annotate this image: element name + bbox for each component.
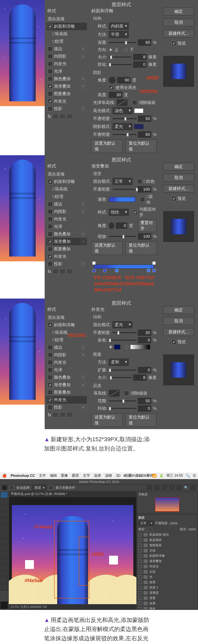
style-outer-glow[interactable]: 外发光	[46, 253, 87, 260]
style-pattern-overlay[interactable]: 图案叠加	[46, 90, 87, 98]
document-tab[interactable]: 平面作品.psd @ 217% (主体, RGB/8) *	[9, 491, 136, 497]
grad-stop[interactable]	[147, 269, 150, 272]
menu-select[interactable]: 选择	[94, 473, 101, 478]
new-style-button[interactable]: 新建样式...	[163, 328, 194, 336]
dir-up-radio[interactable]	[109, 48, 112, 52]
grad-stop[interactable]	[92, 269, 95, 272]
checkbox-icon[interactable]	[48, 217, 53, 222]
glow-noise-input[interactable]: 0	[138, 337, 151, 343]
eye-icon[interactable]	[138, 549, 142, 552]
plus-icon[interactable]: +	[81, 352, 86, 357]
style-stroke[interactable]: 描边+	[46, 344, 87, 351]
style-contour[interactable]: □等高线	[46, 186, 87, 193]
apple-icon[interactable]: 🍎	[2, 474, 6, 478]
gsize-input[interactable]: 8	[133, 374, 147, 381]
fx-icon[interactable]	[60, 114, 65, 119]
glow-color-swatch[interactable]	[114, 344, 120, 350]
blend-mode-select[interactable]: 正常	[113, 178, 132, 185]
spread-slider[interactable]	[109, 370, 136, 370]
spread-input[interactable]: 0	[138, 367, 151, 373]
grad-stop[interactable]	[153, 269, 156, 272]
style-texture[interactable]: □纹理	[46, 38, 87, 45]
fx-icon[interactable]	[53, 114, 58, 119]
size-input[interactable]: 8	[133, 54, 147, 60]
layer-row[interactable]: 效果	[138, 601, 196, 606]
plus-icon[interactable]: +	[81, 375, 86, 380]
checkbox-icon[interactable]	[48, 382, 53, 387]
lock-icon[interactable]	[147, 527, 153, 532]
cancel-button[interactable]: 取消	[163, 317, 194, 325]
style-inner-shadow[interactable]: 内阴影+	[46, 351, 87, 359]
search-icon[interactable]: 🔍	[184, 486, 188, 490]
style-color-overlay[interactable]: 颜色叠加+	[46, 374, 87, 381]
style-pattern-overlay[interactable]: 图案叠加	[46, 388, 87, 396]
h-opac-input[interactable]: 50	[138, 116, 151, 122]
bevel-method-select[interactable]: 平滑	[109, 31, 129, 38]
checkbox-icon[interactable]	[48, 54, 53, 59]
altitude-input[interactable]: 30	[109, 92, 122, 98]
layer-row[interactable]: 效果	[138, 580, 196, 585]
glow-noise-slider[interactable]	[109, 340, 136, 340]
style-pattern-overlay[interactable]: 图案叠加	[46, 245, 87, 253]
align-check[interactable]	[133, 210, 138, 215]
checkbox-icon[interactable]	[48, 352, 53, 357]
checkbox-icon[interactable]	[48, 69, 53, 74]
checkbox-icon[interactable]	[48, 375, 53, 380]
angle-input[interactable]: 0	[116, 222, 127, 229]
eye-icon[interactable]	[138, 592, 142, 594]
layer-row[interactable]: 斜面和浮雕	[138, 553, 196, 558]
plus-icon[interactable]: +	[81, 84, 86, 89]
fg-bg-color[interactable]	[0, 602, 8, 609]
preview-check[interactable]	[171, 340, 176, 344]
canvas[interactable]: #744aa2 #ffffff #f4e5ae	[12, 505, 133, 601]
eye-icon[interactable]	[138, 538, 142, 542]
style-color-overlay[interactable]: 颜色叠加+	[46, 75, 87, 82]
bevel-style-select[interactable]: 内斜面	[109, 23, 129, 30]
checkbox-icon[interactable]	[48, 368, 53, 372]
style-texture[interactable]: □纹理	[46, 336, 87, 344]
jitter-input[interactable]: 0	[138, 405, 151, 412]
style-outer-glow[interactable]: 外发光	[46, 98, 87, 105]
ok-button[interactable]: 确定	[163, 8, 194, 16]
style-gradient-overlay[interactable]: 渐变叠加+	[46, 82, 87, 90]
checkbox-icon[interactable]	[48, 246, 53, 252]
eye-icon[interactable]	[138, 565, 142, 568]
navigator-thumb[interactable]	[155, 497, 179, 512]
align-icon[interactable]	[154, 486, 160, 490]
style-satin[interactable]: 光泽	[46, 223, 87, 230]
opac-input[interactable]: 100	[138, 186, 151, 192]
style-color-overlay[interactable]: 颜色叠加+	[46, 230, 87, 238]
plus-icon[interactable]: +	[81, 106, 86, 111]
eraser-tool[interactable]	[0, 545, 8, 551]
tool-preset-icon[interactable]	[2, 486, 7, 490]
depth-slider[interactable]	[109, 42, 136, 43]
range-slider[interactable]	[109, 400, 136, 401]
menu-type[interactable]: 文字	[83, 473, 90, 478]
style-drop-shadow[interactable]: 投影+	[46, 105, 87, 112]
checkbox-icon[interactable]	[48, 345, 53, 350]
style-gradient-overlay[interactable]: 渐变叠加+	[46, 238, 87, 245]
style-contour[interactable]: □等高线	[46, 329, 87, 336]
style-bevel[interactable]: 斜面和浮雕	[46, 23, 87, 30]
menu-layer[interactable]: 图层	[72, 473, 79, 478]
wand-tool[interactable]	[0, 512, 8, 518]
checkbox-icon[interactable]	[48, 46, 53, 51]
checkbox-icon[interactable]	[48, 254, 53, 259]
layer-row[interactable]: 背景	[138, 596, 196, 601]
style-inner-shadow[interactable]: 内阴影+	[46, 208, 87, 215]
plus-icon[interactable]: +	[81, 54, 86, 59]
range-input[interactable]: 50	[138, 398, 151, 404]
shape-tool[interactable]	[0, 571, 8, 577]
auto-select-check[interactable]	[9, 485, 14, 490]
eye-icon[interactable]	[138, 602, 142, 605]
ok-button[interactable]: 确定	[163, 306, 194, 314]
layer-row[interactable]: 光	[138, 574, 196, 580]
plus-icon[interactable]: +	[81, 262, 86, 266]
style-stroke[interactable]: 描边+	[46, 200, 87, 208]
size-slider[interactable]	[109, 56, 132, 58]
shadow-mode-select[interactable]: 柔光	[113, 123, 132, 130]
eye-icon[interactable]	[138, 554, 142, 558]
workspace-icon[interactable]	[191, 486, 196, 490]
layer-row[interactable]: 外发光	[138, 564, 196, 569]
align-icon[interactable]	[147, 486, 152, 490]
